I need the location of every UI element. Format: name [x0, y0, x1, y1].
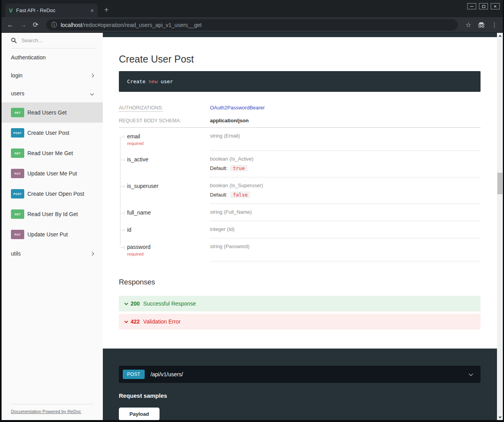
request-body-row: REQUEST BODY SCHEMA: application/json: [119, 118, 481, 123]
close-button[interactable]: ✕: [491, 3, 500, 9]
favicon-icon: V: [9, 7, 13, 14]
field-name-cell: id: [119, 221, 210, 238]
description-code-block: Create new user: [119, 71, 481, 92]
scrollbar-down-arrow[interactable]: [497, 415, 503, 420]
url-path: /redoc#operation/read_users_api_v1_users…: [83, 22, 202, 28]
sidebar-nav: AuthenticationloginusersGETRead Users Ge…: [2, 48, 103, 396]
chevron-right-icon: [90, 73, 94, 77]
default-value: true: [230, 165, 248, 172]
field-name: is_superuser: [127, 183, 206, 189]
maximize-icon: [482, 5, 485, 8]
response-banner-200[interactable]: 200Successful Response: [119, 296, 481, 311]
reload-icon[interactable]: ⟳: [33, 21, 38, 28]
sidebar-item-create-user-post[interactable]: POSTCreate User Post: [2, 123, 103, 143]
field-name: is_active: [127, 156, 206, 163]
schema-field-email: emailrequiredstring (Email): [119, 128, 481, 151]
field-type: boolean (Is_Active): [210, 156, 481, 162]
search-input[interactable]: [22, 38, 80, 43]
bookmark-star-icon[interactable]: ☆: [466, 21, 471, 29]
response-code: 422: [131, 318, 140, 325]
schema-field-full-name: full_namestring (Full_Name): [119, 204, 481, 221]
sidebar-item-label: Read Users Get: [27, 109, 66, 116]
default-value: false: [230, 191, 251, 198]
minimize-button[interactable]: [467, 3, 476, 9]
endpoint-dropdown[interactable]: POST /api/v1/users/: [119, 366, 481, 383]
schema-field-id: idinteger (Id): [119, 221, 481, 238]
method-badge-get: GET: [11, 148, 24, 158]
schema-field-is-active: is_activeboolean (Is_Active)Default:true: [119, 151, 481, 177]
minimize-icon: [470, 6, 474, 7]
field-name-cell: is_superuser: [119, 177, 210, 204]
field-type-cell: string (Password): [210, 238, 481, 261]
authorizations-label: AUTHORIZATIONS:: [119, 105, 210, 111]
window-controls: ✕: [467, 3, 500, 9]
top-dark-strip: [103, 33, 497, 37]
scrollbar-up-arrow[interactable]: [497, 33, 503, 38]
sidebar-item-users[interactable]: users: [2, 84, 103, 102]
code-text: Create: [127, 79, 149, 84]
page-scrollbar[interactable]: [497, 33, 503, 420]
chevron-down-icon: [124, 319, 128, 323]
sidebar-item-label: users: [11, 90, 24, 97]
response-banner-422[interactable]: 422Validation Error: [119, 314, 481, 329]
operation-content: Create User Post Create new user AUTHORI…: [103, 37, 497, 332]
field-type-cell: integer (Id): [210, 221, 481, 238]
sidebar-item-read-users-get[interactable]: GETRead Users Get: [2, 102, 103, 123]
sidebar-item-create-user-open-post[interactable]: POSTCreate User Open Post: [2, 184, 103, 204]
browser-tab[interactable]: V Fast API - ReDoc ×: [5, 4, 98, 17]
sidebar-item-read-user-me-get[interactable]: GETRead User Me Get: [2, 143, 103, 163]
redoc-footer-link[interactable]: Documentation Powered by ReDoc: [11, 409, 81, 414]
field-name: full_name: [127, 209, 206, 216]
request-body-label: REQUEST BODY SCHEMA:: [119, 118, 210, 123]
sidebar-item-label: utils: [11, 250, 21, 257]
tab-close-icon[interactable]: ×: [90, 7, 94, 14]
tab-title: Fast API - ReDoc: [16, 7, 87, 13]
incognito-icon[interactable]: [477, 22, 485, 28]
url-host: localhost: [61, 22, 82, 28]
browser-toolbar: ← → ⟳ ⓘ localhost/redoc#operation/read_u…: [2, 17, 503, 33]
field-type: string (Full_Name): [210, 209, 481, 215]
sidebar-item-read-user-by-id-get[interactable]: GETRead User By Id Get: [2, 204, 103, 224]
code-keyword: new: [149, 79, 158, 84]
maximize-button[interactable]: [479, 3, 488, 9]
search-row: [2, 33, 103, 43]
tab-payload[interactable]: Payload: [119, 408, 160, 420]
new-tab-button[interactable]: +: [104, 5, 109, 14]
sidebar-item-utils[interactable]: utils: [2, 245, 103, 263]
menu-kebab-icon[interactable]: ⋮: [491, 21, 497, 29]
field-type: boolean (Is_Superuser): [210, 182, 481, 188]
scrollbar-thumb[interactable]: [497, 173, 502, 194]
default-label: Default:: [210, 165, 228, 171]
field-name-cell: is_active: [119, 151, 210, 177]
responses-list: 200Successful Response422Validation Erro…: [119, 296, 481, 329]
back-icon[interactable]: ←: [7, 21, 14, 28]
authorizations-link[interactable]: OAuth2PasswordBearer: [210, 105, 265, 111]
sidebar-item-update-user-me-put[interactable]: PUTUpdate User Me Put: [2, 163, 103, 184]
forward-icon[interactable]: →: [20, 21, 27, 28]
sidebar-item-label: login: [11, 72, 23, 79]
sidebar-item-update-user-put[interactable]: PUTUpdate User Put: [2, 224, 103, 245]
schema-field-is-superuser: is_superuserboolean (Is_Superuser)Defaul…: [119, 177, 481, 204]
sidebar-item-authentication[interactable]: Authentication: [2, 48, 103, 66]
field-default: Default:false: [210, 192, 481, 198]
address-bar[interactable]: ⓘ localhost/redoc#operation/read_users_a…: [46, 19, 457, 30]
request-samples-heading: Request samples: [119, 392, 481, 399]
sidebar-item-login[interactable]: login: [2, 66, 103, 84]
field-type-cell: boolean (Is_Active)Default:true: [210, 151, 481, 177]
sidebar-item-label: Read User Me Get: [27, 150, 73, 157]
chevron-right-icon: [90, 252, 94, 256]
site-info-icon[interactable]: ⓘ: [51, 21, 57, 29]
page-title: Create User Post: [119, 54, 481, 65]
responses-heading: Responses: [119, 278, 481, 286]
field-type-cell: string (Email): [210, 128, 481, 151]
method-badge-put: PUT: [11, 169, 24, 178]
field-name: password: [127, 244, 206, 250]
sidebar-item-label: Create User Post: [27, 130, 69, 136]
code-text-2: user: [158, 79, 173, 84]
method-badge-get: GET: [11, 108, 24, 117]
required-label: required: [127, 252, 206, 256]
response-text: Successful Response: [143, 300, 196, 307]
field-type: string (Email): [210, 133, 481, 139]
schema-table: emailrequiredstring (Email)is_activebool…: [119, 127, 481, 261]
method-badge-get: GET: [11, 209, 24, 219]
